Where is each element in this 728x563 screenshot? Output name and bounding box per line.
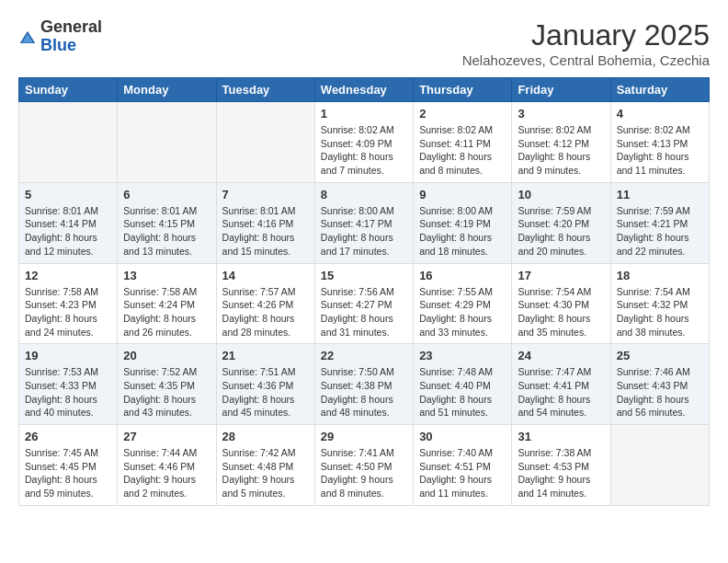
calendar-week-row: 12 Sunrise: 7:58 AMSunset: 4:23 PMDaylig… <box>19 263 710 344</box>
calendar-cell: 25 Sunrise: 7:46 AMSunset: 4:43 PMDaylig… <box>610 344 709 425</box>
day-info: Sunrise: 8:02 AMSunset: 4:11 PMDaylight:… <box>419 123 506 178</box>
calendar-cell: 15 Sunrise: 7:56 AMSunset: 4:27 PMDaylig… <box>314 263 413 344</box>
day-info: Sunrise: 7:52 AMSunset: 4:35 PMDaylight:… <box>123 365 210 419</box>
day-number: 26 <box>25 430 111 443</box>
col-friday: Friday <box>512 78 610 102</box>
day-number: 22 <box>321 349 407 362</box>
day-info: Sunrise: 8:01 AMSunset: 4:15 PMDaylight:… <box>123 204 210 259</box>
day-number: 17 <box>518 269 604 282</box>
day-number: 21 <box>222 349 309 362</box>
calendar-cell: 22 Sunrise: 7:50 AMSunset: 4:38 PMDaylig… <box>314 344 413 425</box>
day-info: Sunrise: 8:01 AMSunset: 4:16 PMDaylight:… <box>222 204 309 259</box>
day-number: 13 <box>123 269 210 282</box>
col-wednesday: Wednesday <box>314 78 413 102</box>
day-number: 18 <box>617 269 703 282</box>
day-info: Sunrise: 7:56 AMSunset: 4:27 PMDaylight:… <box>321 285 407 339</box>
day-info: Sunrise: 7:48 AMSunset: 4:40 PMDaylight:… <box>419 365 506 419</box>
title-block: January 2025 Nelahozeves, Central Bohemi… <box>462 18 710 68</box>
day-number: 28 <box>222 430 309 443</box>
day-number: 19 <box>25 349 111 362</box>
day-number: 5 <box>25 188 111 201</box>
col-sunday: Sunday <box>19 78 118 102</box>
day-number: 31 <box>518 430 604 443</box>
calendar-header-row: Sunday Monday Tuesday Wednesday Thursday… <box>19 78 710 102</box>
day-number: 4 <box>617 107 703 121</box>
calendar-cell: 8 Sunrise: 8:00 AMSunset: 4:17 PMDayligh… <box>314 182 413 263</box>
calendar-cell <box>216 102 314 183</box>
day-info: Sunrise: 8:02 AMSunset: 4:12 PMDaylight:… <box>518 123 604 178</box>
calendar-cell: 2 Sunrise: 8:02 AMSunset: 4:11 PMDayligh… <box>414 102 512 183</box>
day-number: 12 <box>25 269 111 282</box>
day-info: Sunrise: 8:02 AMSunset: 4:09 PMDaylight:… <box>321 123 407 178</box>
calendar-cell: 16 Sunrise: 7:55 AMSunset: 4:29 PMDaylig… <box>414 263 512 344</box>
day-info: Sunrise: 8:02 AMSunset: 4:13 PMDaylight:… <box>617 123 703 178</box>
col-tuesday: Tuesday <box>216 78 314 102</box>
location: Nelahozeves, Central Bohemia, Czechia <box>462 52 710 68</box>
day-number: 2 <box>419 107 506 121</box>
day-info: Sunrise: 7:53 AMSunset: 4:33 PMDaylight:… <box>25 365 111 419</box>
calendar-cell: 5 Sunrise: 8:01 AMSunset: 4:14 PMDayligh… <box>19 182 118 263</box>
logo-general: General <box>40 18 102 37</box>
calendar-week-row: 26 Sunrise: 7:45 AMSunset: 4:45 PMDaylig… <box>19 425 710 506</box>
calendar-cell: 23 Sunrise: 7:48 AMSunset: 4:40 PMDaylig… <box>414 344 512 425</box>
calendar-table: Sunday Monday Tuesday Wednesday Thursday… <box>18 77 710 506</box>
day-info: Sunrise: 7:59 AMSunset: 4:21 PMDaylight:… <box>617 204 703 259</box>
calendar-cell: 19 Sunrise: 7:53 AMSunset: 4:33 PMDaylig… <box>19 344 118 425</box>
day-number: 15 <box>321 269 407 282</box>
day-info: Sunrise: 7:40 AMSunset: 4:51 PMDaylight:… <box>419 446 506 500</box>
logo-icon <box>18 29 37 48</box>
day-info: Sunrise: 7:59 AMSunset: 4:20 PMDaylight:… <box>518 204 604 259</box>
day-number: 20 <box>123 349 210 362</box>
day-info: Sunrise: 7:58 AMSunset: 4:23 PMDaylight:… <box>25 285 111 339</box>
calendar-cell: 12 Sunrise: 7:58 AMSunset: 4:23 PMDaylig… <box>19 263 118 344</box>
day-number: 8 <box>321 188 407 201</box>
day-info: Sunrise: 7:45 AMSunset: 4:45 PMDaylight:… <box>25 446 111 500</box>
day-info: Sunrise: 7:58 AMSunset: 4:24 PMDaylight:… <box>123 285 210 339</box>
day-number: 16 <box>419 269 506 282</box>
calendar-cell: 26 Sunrise: 7:45 AMSunset: 4:45 PMDaylig… <box>19 425 118 506</box>
calendar-cell: 28 Sunrise: 7:42 AMSunset: 4:48 PMDaylig… <box>216 425 314 506</box>
day-number: 25 <box>617 349 703 362</box>
col-thursday: Thursday <box>414 78 512 102</box>
day-info: Sunrise: 7:44 AMSunset: 4:46 PMDaylight:… <box>123 446 210 500</box>
calendar-cell: 11 Sunrise: 7:59 AMSunset: 4:21 PMDaylig… <box>610 182 709 263</box>
day-info: Sunrise: 8:00 AMSunset: 4:19 PMDaylight:… <box>419 204 506 259</box>
calendar-cell: 29 Sunrise: 7:41 AMSunset: 4:50 PMDaylig… <box>314 425 413 506</box>
day-number: 6 <box>123 188 210 201</box>
calendar-cell <box>610 425 709 506</box>
calendar-cell: 27 Sunrise: 7:44 AMSunset: 4:46 PMDaylig… <box>118 425 216 506</box>
day-number: 23 <box>419 349 506 362</box>
day-info: Sunrise: 7:51 AMSunset: 4:36 PMDaylight:… <box>222 365 309 419</box>
day-number: 3 <box>518 107 604 121</box>
calendar-cell: 4 Sunrise: 8:02 AMSunset: 4:13 PMDayligh… <box>610 102 709 183</box>
calendar-cell: 10 Sunrise: 7:59 AMSunset: 4:20 PMDaylig… <box>512 182 610 263</box>
day-info: Sunrise: 7:41 AMSunset: 4:50 PMDaylight:… <box>321 446 407 500</box>
calendar-cell: 20 Sunrise: 7:52 AMSunset: 4:35 PMDaylig… <box>118 344 216 425</box>
calendar-week-row: 19 Sunrise: 7:53 AMSunset: 4:33 PMDaylig… <box>19 344 710 425</box>
day-number: 9 <box>419 188 506 201</box>
calendar-cell <box>118 102 216 183</box>
calendar-cell: 21 Sunrise: 7:51 AMSunset: 4:36 PMDaylig… <box>216 344 314 425</box>
page-header: General Blue January 2025 Nelahozeves, C… <box>18 18 710 68</box>
calendar-cell: 24 Sunrise: 7:47 AMSunset: 4:41 PMDaylig… <box>512 344 610 425</box>
calendar-cell: 9 Sunrise: 8:00 AMSunset: 4:19 PMDayligh… <box>414 182 512 263</box>
logo-blue: Blue <box>40 37 102 55</box>
day-info: Sunrise: 7:50 AMSunset: 4:38 PMDaylight:… <box>321 365 407 419</box>
col-saturday: Saturday <box>610 78 709 102</box>
day-info: Sunrise: 7:54 AMSunset: 4:32 PMDaylight:… <box>617 285 703 339</box>
logo-text: General Blue <box>40 18 102 55</box>
calendar-cell <box>19 102 118 183</box>
col-monday: Monday <box>118 78 216 102</box>
day-info: Sunrise: 7:38 AMSunset: 4:53 PMDaylight:… <box>518 446 604 500</box>
calendar-cell: 1 Sunrise: 8:02 AMSunset: 4:09 PMDayligh… <box>314 102 413 183</box>
day-info: Sunrise: 7:42 AMSunset: 4:48 PMDaylight:… <box>222 446 309 500</box>
day-info: Sunrise: 7:55 AMSunset: 4:29 PMDaylight:… <box>419 285 506 339</box>
calendar-cell: 6 Sunrise: 8:01 AMSunset: 4:15 PMDayligh… <box>118 182 216 263</box>
calendar-cell: 3 Sunrise: 8:02 AMSunset: 4:12 PMDayligh… <box>512 102 610 183</box>
day-number: 1 <box>321 107 407 121</box>
logo: General Blue <box>18 18 102 55</box>
calendar-cell: 14 Sunrise: 7:57 AMSunset: 4:26 PMDaylig… <box>216 263 314 344</box>
day-info: Sunrise: 8:01 AMSunset: 4:14 PMDaylight:… <box>25 204 111 259</box>
day-number: 27 <box>123 430 210 443</box>
day-number: 7 <box>222 188 309 201</box>
